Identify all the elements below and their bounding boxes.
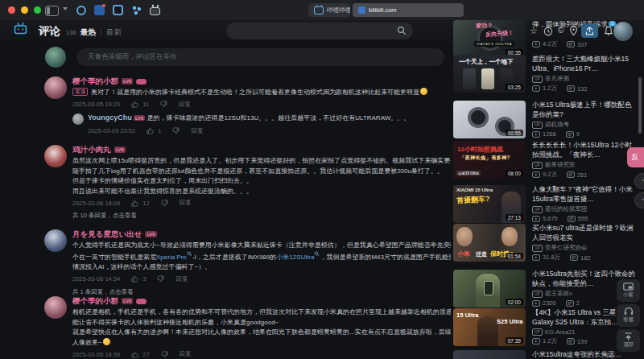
video-uploader[interactable]: UP歪果仁研究协会	[532, 244, 637, 252]
mini-player-button[interactable]: 小窗	[617, 279, 640, 302]
reply-avatar[interactable]	[72, 113, 84, 125]
thumb-text: 首摄翻车?	[456, 194, 490, 206]
video-card[interactable]: 12小时拍照挑战 「夜神长焦」有多神? 小米15 Ultra 08:00 长长长…	[453, 141, 637, 180]
video-uploader[interactable]: UP极果研究室	[532, 161, 637, 169]
dislike-icon[interactable]	[157, 275, 164, 283]
link-xiaomi-12sultra[interactable]: 小米12SUltra	[276, 254, 314, 261]
like-icon[interactable]	[131, 275, 138, 283]
video-uploader[interactable]: UP非凡评测	[532, 75, 637, 83]
extension-icon-2[interactable]	[94, 5, 105, 15]
video-thumbnail[interactable]: 一个天上，一个地下 03:25	[453, 55, 526, 93]
video-card[interactable]: 小米15ultra这夸张的长焦远…	[453, 350, 637, 359]
video-thumbnail[interactable]: 00:55	[453, 101, 526, 138]
close-window-button[interactable]	[8, 6, 15, 14]
commenter-avatar[interactable]	[44, 296, 67, 319]
extension-icon-4[interactable]	[131, 5, 142, 15]
notifications-bell-icon[interactable]	[604, 25, 613, 39]
video-uploader[interactable]: UP搞机场考	[532, 121, 637, 129]
video-duration: 07:39	[506, 337, 523, 344]
minimize-window-button[interactable]	[21, 6, 28, 14]
user-avatar[interactable]	[613, 22, 633, 41]
site-favicon	[358, 6, 365, 14]
video-card[interactable]: 一个天上，一个地下 03:25 差距很大！三大巅峰旗舰小米15 Ultra、iP…	[453, 55, 637, 93]
link-xperia-pro[interactable]: Xperia Pro	[156, 254, 187, 261]
comment-item: 月を見る度思い出せ LV6 个人觉得手机还是因为底太小~导致必须得需要用小米影像…	[44, 229, 447, 296]
video-uploader[interactable]: UP爱玩的松鼠军团	[532, 205, 637, 213]
reply-button[interactable]: 回复	[179, 101, 191, 109]
video-title[interactable]: 【4K】小米15 Ultra vs 三星Galaxy S25 Ultra：东京拍…	[532, 308, 618, 326]
video-thumbnail[interactable]: 15 Ultra S25 Ultra 07:39	[453, 308, 526, 346]
reply-button[interactable]: 回复	[175, 275, 188, 283]
view-more-replies[interactable]: 共 10 条回复，点击查看	[72, 212, 447, 220]
extension-icon-3[interactable]	[113, 5, 123, 15]
video-title[interactable]: 差距很大！三大巅峰旗舰小米15 Ultra、iPhone16 Pr…	[532, 55, 629, 72]
search-input[interactable]	[226, 23, 413, 39]
commenter-avatar[interactable]	[44, 229, 67, 252]
favorites-star-icon[interactable]: ☆	[530, 26, 538, 36]
share-upload-button[interactable]	[581, 24, 598, 38]
feedback-button[interactable]: 反	[627, 147, 644, 167]
video-thumbnail[interactable]	[453, 350, 526, 359]
comment-input[interactable]: 天青色等烟雨，评论区在等你	[76, 48, 444, 66]
maximize-window-button[interactable]	[34, 6, 41, 14]
like-icon[interactable]	[131, 351, 138, 358]
video-title[interactable]: 小米15ultra这夸张的长焦远…	[532, 350, 621, 358]
reply-button[interactable]: 回复	[191, 127, 203, 135]
danmaku-count-icon	[570, 254, 578, 261]
chevron-down-icon[interactable]	[63, 7, 68, 10]
copyright-icon[interactable]: ©	[558, 26, 564, 35]
danmaku-count-icon	[566, 300, 574, 307]
tab-hottest[interactable]: 最热	[80, 27, 96, 38]
commenter-avatar[interactable]	[44, 145, 67, 167]
browser-tab-active[interactable]: bilibili.com	[353, 3, 464, 17]
bilibili-extension-icon[interactable]	[150, 7, 160, 15]
video-title[interactable]: 人像大翻车？“夜神”它值得！小米15ultra零售版首摄…	[532, 185, 633, 203]
like-icon[interactable]	[131, 200, 138, 207]
my-avatar[interactable]	[45, 47, 66, 68]
scrollbar-thumb[interactable]	[638, 77, 642, 134]
dislike-icon[interactable]	[172, 127, 180, 134]
commenter-avatar[interactable]	[44, 76, 67, 99]
bilibili-favicon	[314, 6, 324, 14]
video-card[interactable]: 小米 还是 保时捷? 01:54 买小米su7 ultra还是保时捷？欧洲人回答…	[453, 224, 637, 262]
view-more-replies[interactable]: 共 1 条回复，点击查看	[72, 288, 447, 296]
reply-date: 2025-03-09 23:52	[88, 127, 135, 134]
like-icon[interactable]	[131, 101, 138, 108]
video-card[interactable]: 00:55 小米15 Ultra极速上手！哪款配色是你的菜? UP搞机场考 12…	[453, 101, 637, 139]
video-thumbnail[interactable]: 02:00	[453, 270, 526, 307]
video-thumbnail[interactable]: 小米 还是 保时捷? 01:54	[453, 224, 526, 262]
video-stats: 5,675 555	[532, 215, 637, 222]
commenter-name[interactable]: 鸡汁小肉丸	[72, 145, 111, 155]
dislike-icon[interactable]	[161, 200, 168, 207]
sidebar-toggle-icon[interactable]	[45, 6, 59, 16]
bilibili-logo-icon[interactable]	[14, 23, 27, 38]
like-count: 27	[142, 351, 149, 358]
dislike-icon[interactable]	[160, 101, 167, 108]
reply-name[interactable]: YoungcyChu	[88, 113, 132, 122]
history-clock-icon[interactable]	[543, 25, 553, 39]
browser-tab-bilibili[interactable]: 哔哩哔哩 (゜-゜)…	[308, 3, 350, 17]
commenter-name[interactable]: 樱个季的小郡	[72, 76, 118, 87]
extension-icon-1[interactable]	[76, 6, 86, 15]
video-card[interactable]: 15 Ultra S25 Ultra 07:39 【4K】小米15 Ultra …	[453, 308, 637, 347]
video-card[interactable]: XIAOMI 15 Ultra 首摄翻车? 27:13 人像大翻车？“夜神”它值…	[453, 185, 637, 224]
video-thumbnail[interactable]: 爱功？ 反向升级！ XIAOMI'S 15ULTRA 00:35	[453, 20, 526, 58]
video-title[interactable]: 小米15 Ultra极速上手！哪款配色是你的菜?	[532, 101, 631, 118]
customer-service-button[interactable]: 客服	[617, 304, 640, 327]
video-thumbnail[interactable]: 12小时拍照挑战 「夜神长焦」有多神? 小米15 Ultra 08:00	[453, 141, 526, 179]
reply-button[interactable]: 回复	[180, 199, 192, 207]
like-icon[interactable]	[147, 127, 154, 134]
location-pin-icon[interactable]	[569, 25, 578, 39]
video-thumbnail[interactable]: XIAOMI 15 Ultra 首摄翻车? 27:13	[453, 185, 526, 223]
video-title[interactable]: 买小米su7 ultra还是保时捷？欧洲人回答很老实	[532, 224, 634, 241]
tab-newest[interactable]: 最新	[106, 27, 122, 38]
commenter-name[interactable]: 樱个季的小郡	[72, 296, 118, 307]
commenter-name[interactable]: 月を見る度思い出せ	[72, 229, 142, 240]
reply-button[interactable]: 回复	[180, 350, 192, 358]
video-title[interactable]: 长长长长长！小米15Ultra 12小时拍照挑战。「夜神长…	[532, 141, 632, 159]
camera-circle-decor	[468, 107, 489, 128]
video-card[interactable]: 02:00 小米15ultra先别买！这四个致命的缺点，你能接受的… UP霸王茶…	[453, 270, 637, 308]
dislike-icon[interactable]	[161, 351, 168, 358]
back-to-top-button[interactable]: 顶部	[617, 329, 640, 352]
danmaku-count: 261	[577, 171, 588, 179]
